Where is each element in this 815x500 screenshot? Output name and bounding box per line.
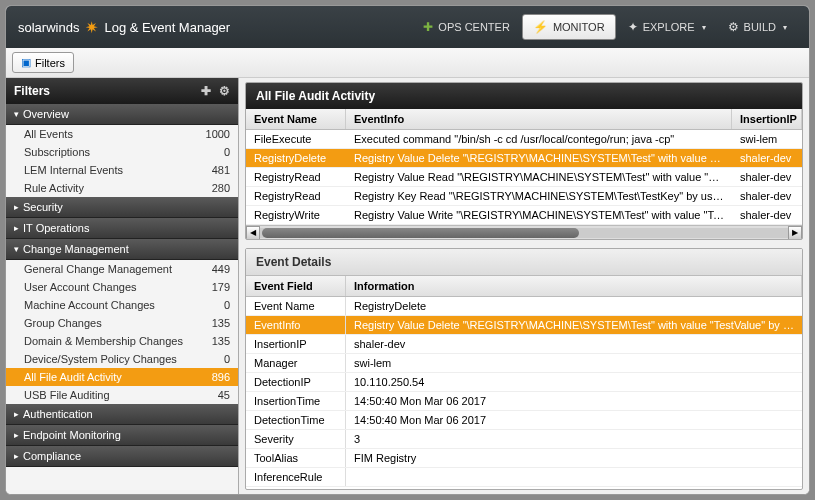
brand-text: solarwinds: [18, 20, 79, 35]
sidebar-category[interactable]: ▸Authentication: [6, 404, 238, 425]
topbar: solarwinds ✷ Log & Event Manager ✚OPS CE…: [6, 6, 809, 48]
detail-row[interactable]: EventInfoRegistry Value Delete "\REGISTR…: [246, 316, 802, 335]
gear-icon[interactable]: ⚙: [219, 84, 230, 98]
panel-icon: ▣: [21, 56, 31, 69]
toolbar: ▣Filters: [6, 48, 809, 78]
scroll-right-icon[interactable]: ▶: [788, 226, 802, 240]
sidebar-item[interactable]: Group Changes135: [6, 314, 238, 332]
product-name: Log & Event Manager: [104, 20, 230, 35]
detail-row[interactable]: InsertionIPshaler-dev: [246, 335, 802, 354]
chevron-down-icon: ▾: [783, 23, 787, 32]
sidebar-category[interactable]: ▸Security: [6, 197, 238, 218]
sidebar-category[interactable]: ▸Endpoint Monitoring: [6, 425, 238, 446]
sidebar-item[interactable]: All Events1000: [6, 125, 238, 143]
sidebar-item[interactable]: Subscriptions0: [6, 143, 238, 161]
table-row[interactable]: RegistryReadRegistry Value Read "\REGIST…: [246, 168, 802, 187]
sidebar-item[interactable]: User Account Changes179: [6, 278, 238, 296]
details-header-row: Event Field Information: [246, 276, 802, 297]
sidebar-item[interactable]: General Change Management449: [6, 260, 238, 278]
event-details-panel: Event Details Event Field Information Ev…: [245, 248, 803, 490]
scroll-left-icon[interactable]: ◀: [246, 226, 260, 240]
filters-toggle-button[interactable]: ▣Filters: [12, 52, 74, 73]
chevron-right-icon: ▸: [14, 451, 19, 461]
ops-center-icon: ✚: [423, 20, 433, 34]
chevron-down-icon: ▾: [14, 109, 19, 119]
scrollbar-thumb[interactable]: [262, 228, 579, 238]
sidebar-item[interactable]: Rule Activity280: [6, 179, 238, 197]
detail-row[interactable]: Event NameRegistryDelete: [246, 297, 802, 316]
table-row[interactable]: RegistryReadRegistry Key Read "\REGISTRY…: [246, 187, 802, 206]
chevron-right-icon: ▸: [14, 223, 19, 233]
chevron-right-icon: ▸: [14, 430, 19, 440]
nav-explore[interactable]: ✦EXPLORE▾: [618, 15, 716, 39]
nav-monitor[interactable]: ⚡MONITOR: [522, 14, 616, 40]
events-grid-panel: All File Audit Activity Event Name Event…: [245, 82, 803, 240]
sidebar-item[interactable]: All File Audit Activity896: [6, 368, 238, 386]
sidebar-item[interactable]: Device/System Policy Changes0: [6, 350, 238, 368]
sidebar-item[interactable]: USB File Auditing45: [6, 386, 238, 404]
sidebar-category[interactable]: ▸IT Operations: [6, 218, 238, 239]
table-row[interactable]: FileExecuteExecuted command "/bin/sh -c …: [246, 130, 802, 149]
sidebar-category[interactable]: ▾Overview: [6, 104, 238, 125]
grid-title: All File Audit Activity: [246, 83, 802, 109]
detail-row[interactable]: DetectionIP10.110.250.54: [246, 373, 802, 392]
nav-ops-center[interactable]: ✚OPS CENTER: [413, 15, 520, 39]
sidebar-item[interactable]: Domain & Membership Changes135: [6, 332, 238, 350]
sidebar-category[interactable]: ▾Change Management: [6, 239, 238, 260]
sidebar-item[interactable]: Machine Account Changes0: [6, 296, 238, 314]
detail-row[interactable]: DetectionTime14:50:40 Mon Mar 06 2017: [246, 411, 802, 430]
chevron-down-icon: ▾: [702, 23, 706, 32]
logo: solarwinds ✷ Log & Event Manager: [18, 18, 230, 37]
filters-sidebar: Filters ✚⚙ ▾OverviewAll Events1000Subscr…: [6, 78, 239, 494]
chevron-right-icon: ▸: [14, 202, 19, 212]
col-event-info[interactable]: EventInfo: [346, 109, 732, 129]
build-icon: ⚙: [728, 20, 739, 34]
grid-header-row: Event Name EventInfo InsertionIP: [246, 109, 802, 130]
sidebar-category[interactable]: ▸Compliance: [6, 446, 238, 467]
detail-row[interactable]: ToolAliasFIM Registry: [246, 449, 802, 468]
chevron-down-icon: ▾: [14, 244, 19, 254]
table-row[interactable]: RegistryDeleteRegistry Value Delete "\RE…: [246, 149, 802, 168]
sidebar-item[interactable]: LEM Internal Events481: [6, 161, 238, 179]
col-event-name[interactable]: Event Name: [246, 109, 346, 129]
detail-row[interactable]: InferenceRule: [246, 468, 802, 487]
detail-row[interactable]: Managerswi-lem: [246, 354, 802, 373]
nav-build[interactable]: ⚙BUILD▾: [718, 15, 797, 39]
sidebar-header: Filters ✚⚙: [6, 78, 238, 104]
col-event-field[interactable]: Event Field: [246, 276, 346, 296]
col-information[interactable]: Information: [346, 276, 802, 296]
col-insertion-ip[interactable]: InsertionIP: [732, 109, 802, 129]
chevron-right-icon: ▸: [14, 409, 19, 419]
monitor-icon: ⚡: [533, 20, 548, 34]
table-row[interactable]: RegistryWriteRegistry Value Write "\REGI…: [246, 206, 802, 225]
detail-row[interactable]: Severity3: [246, 430, 802, 449]
details-title: Event Details: [246, 249, 802, 276]
explore-icon: ✦: [628, 20, 638, 34]
detail-row[interactable]: InsertionTime14:50:40 Mon Mar 06 2017: [246, 392, 802, 411]
logo-icon: ✷: [85, 18, 98, 37]
horizontal-scrollbar[interactable]: ◀ ▶: [246, 225, 802, 239]
add-filter-icon[interactable]: ✚: [201, 84, 211, 98]
